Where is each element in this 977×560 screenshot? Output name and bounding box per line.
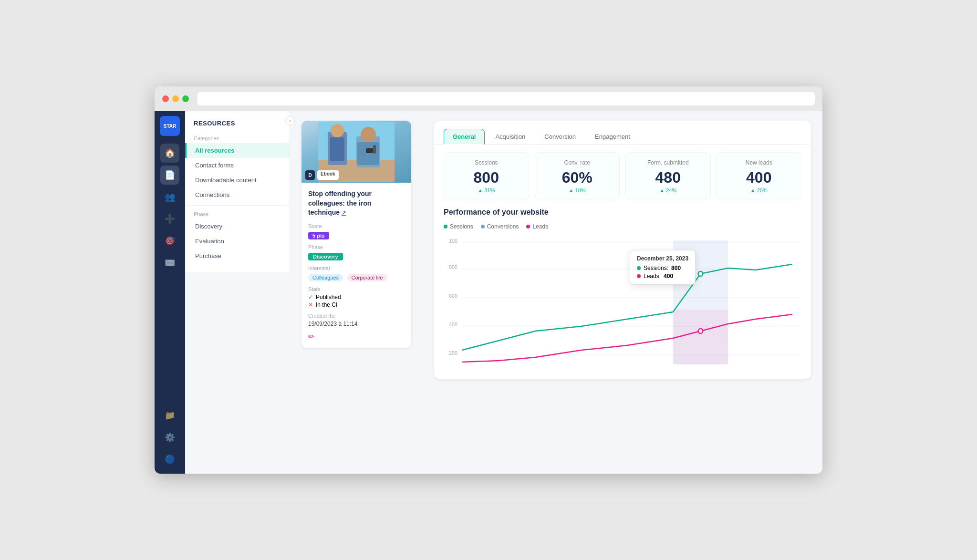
svg-point-23 (698, 329, 703, 333)
x-icon: ✕ (308, 301, 313, 308)
phase-badge: Discovery (308, 253, 343, 260)
sessions-label: Sessions (452, 159, 521, 166)
svg-text:800: 800 (449, 264, 457, 270)
sidebar-item-downloadable[interactable]: Downloadable content (185, 173, 290, 187)
chart-area: Performance of your website Sessions Con… (434, 208, 811, 379)
interest-corporate: Corporate life (347, 274, 387, 281)
svg-rect-4 (330, 137, 344, 161)
tab-conversion[interactable]: Conversion (536, 129, 584, 145)
published-label: Published (316, 294, 341, 301)
resource-card: D Ebook Stop offending your colleagues: … (301, 121, 411, 348)
score-label: Score (308, 223, 405, 229)
state-label: State (308, 286, 405, 292)
sidebar-item-evaluation[interactable]: Evaluation (185, 234, 290, 249)
sessions-dot (444, 225, 447, 228)
svg-text:400: 400 (449, 321, 457, 327)
created-value: 19/09/2023 à 11:14 (308, 321, 405, 327)
legend-leads-label: Leads (532, 223, 548, 230)
analytics-panel: General Acquisition Conversion Engagemen… (434, 121, 811, 379)
conversions-dot (481, 225, 485, 228)
card-link-icon[interactable]: ↗ (342, 210, 346, 216)
edit-icon[interactable]: ✏ (308, 332, 405, 341)
content-row: D Ebook Stop offending your colleagues: … (301, 121, 811, 379)
left-panel: RESOURCES Categories All resources Conta… (185, 111, 290, 272)
maximize-dot[interactable] (182, 95, 189, 102)
metric-conv-rate: Conv. rate 60% 10% (535, 152, 620, 200)
phase-label: Phase (185, 208, 290, 219)
svg-rect-9 (373, 145, 376, 154)
conv-rate-change: 10% (543, 187, 612, 193)
tab-engagement[interactable]: Engagement (586, 129, 639, 145)
leads-dot (526, 225, 530, 228)
sidebar-item-connections[interactable]: Connections (185, 187, 290, 202)
form-submitted-label: Form. submitted (634, 159, 703, 166)
state-ci: ✕ In the CI (308, 301, 405, 308)
url-bar[interactable] (197, 92, 815, 105)
sidebar-item-contact-forms[interactable]: Contact forms (185, 158, 290, 173)
tab-acquisition[interactable]: Acquisition (487, 129, 534, 145)
window-controls (162, 95, 189, 102)
legend-leads: Leads (526, 223, 548, 230)
main-content: D Ebook Stop offending your colleagues: … (290, 111, 822, 474)
nav-contacts-icon[interactable]: 👥 (160, 187, 179, 207)
chart-svg: 100 800 600 400 200 (444, 236, 801, 369)
svg-text:200: 200 (449, 350, 457, 356)
app-logo: STAR (160, 116, 180, 136)
metric-sessions: Sessions 800 31% (444, 152, 529, 200)
check-icon: ✓ (308, 294, 313, 301)
legend-sessions-label: Sessions (450, 223, 473, 230)
nav-settings-icon[interactable]: ⚙️ (160, 428, 179, 447)
svg-point-6 (361, 127, 376, 142)
score-badge: 5 pts (308, 232, 329, 239)
sidebar-item-all-resources[interactable]: All resources (185, 143, 290, 158)
card-badges: D Ebook (305, 170, 339, 180)
panel-title: RESOURCES (185, 120, 290, 133)
logo-text: STAR (164, 124, 176, 129)
svg-rect-21 (673, 310, 728, 364)
badge-type: Ebook (317, 170, 339, 180)
svg-rect-7 (357, 142, 379, 165)
nav-mail-icon[interactable]: ✉️ (160, 253, 179, 272)
new-leads-label: New leads (725, 159, 794, 166)
sidebar-item-discovery[interactable]: Discovery (185, 219, 290, 234)
nav-home-icon[interactable]: 🏠 (160, 144, 179, 163)
nav-resources-icon[interactable]: 📄 (160, 166, 179, 185)
svg-text:600: 600 (449, 293, 457, 299)
legend-conversions: Conversions (481, 223, 519, 230)
collapse-panel-button[interactable]: ‹ (285, 116, 295, 125)
created-label: Created the (308, 313, 405, 319)
nav-targets-icon[interactable]: 🎯 (160, 231, 179, 250)
legend-conversions-label: Conversions (487, 223, 519, 230)
close-dot[interactable] (162, 95, 169, 102)
form-submitted-change: 24% (634, 187, 703, 193)
nav-add-icon[interactable]: ➕ (160, 209, 179, 228)
nav-profile-icon[interactable]: 🔵 (160, 450, 179, 469)
interests-row: Colleagues Corporate life (308, 273, 405, 281)
minimize-dot[interactable] (172, 95, 179, 102)
chart-legend: Sessions Conversions Leads (444, 223, 801, 230)
nav-folder-icon[interactable]: 📁 (160, 406, 179, 425)
ci-label: In the CI (316, 301, 337, 308)
svg-text:100: 100 (449, 238, 457, 244)
conv-rate-label: Conv. rate (543, 159, 612, 166)
chart-title: Performance of your website (444, 208, 801, 217)
sessions-change: 31% (452, 187, 521, 193)
metrics-row: Sessions 800 31% Conv. rate 60% 10% Form… (434, 145, 811, 208)
tab-general[interactable]: General (444, 129, 485, 145)
interest-colleagues: Colleagues (308, 274, 343, 281)
svg-point-22 (698, 271, 703, 276)
categories-label: Categories (185, 133, 290, 143)
svg-point-3 (331, 124, 344, 137)
phase-field-label: Phase (308, 244, 405, 250)
new-leads-change: 20% (725, 187, 794, 193)
badge-d: D (305, 170, 315, 180)
conv-rate-value: 60% (543, 169, 612, 187)
sidebar-item-purchase[interactable]: Purchase (185, 249, 290, 263)
analytics-tabs: General Acquisition Conversion Engagemen… (434, 121, 811, 145)
legend-sessions: Sessions (444, 223, 473, 230)
card-title: Stop offending your colleagues: the iron… (308, 189, 405, 218)
card-body: Stop offending your colleagues: the iron… (301, 183, 411, 348)
form-submitted-value: 480 (634, 169, 703, 187)
sidebar-nav: STAR 🏠 📄 👥 ➕ 🎯 ✉️ 📁 ⚙️ 🔵 (155, 111, 185, 474)
interests-label: Interests) (308, 265, 405, 271)
